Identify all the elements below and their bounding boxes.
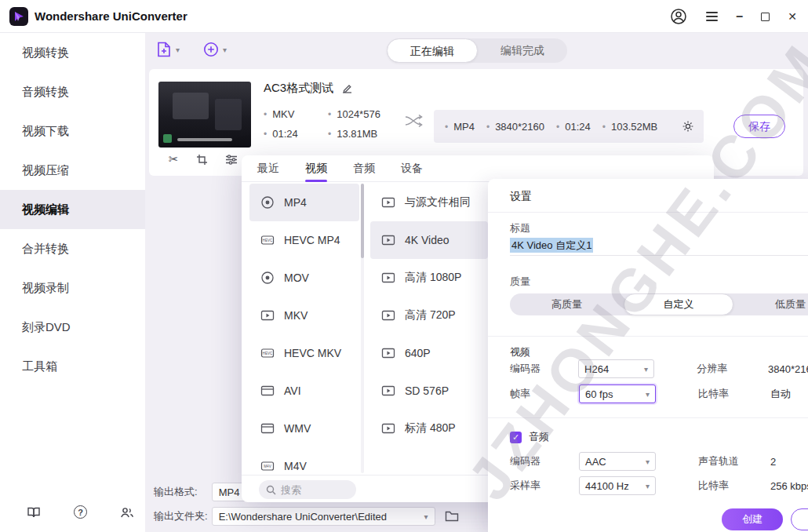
format-item-wmv[interactable]: WMV xyxy=(249,410,359,447)
audio-encoder-select[interactable]: AAC▾ xyxy=(579,452,656,471)
disc-format-icon xyxy=(260,195,275,210)
chevron-down-icon: ▾ xyxy=(646,457,650,466)
tab-editing[interactable]: 正在编辑 xyxy=(387,38,478,63)
format-item-mkv[interactable]: MKV xyxy=(249,297,359,334)
chevron-down-icon: ▾ xyxy=(223,46,227,54)
sidebar-item-toolbox[interactable]: 工具箱 xyxy=(0,347,145,386)
video-thumbnail[interactable] xyxy=(158,82,251,148)
name-label: 标题 xyxy=(510,221,530,235)
format-item-m4v[interactable]: M4V M4V xyxy=(249,447,359,475)
app-window: Wondershare UniConverter – ✕ 视频转换 音频转换 视… xyxy=(0,0,808,532)
screen-play-icon xyxy=(381,271,395,285)
framerate-select[interactable]: 60 fps▾ xyxy=(579,384,656,403)
app-title: Wondershare UniConverter xyxy=(35,0,187,33)
search-input[interactable] xyxy=(281,484,347,496)
resolution-item-1080p[interactable]: 高清 1080P xyxy=(370,259,488,297)
bitrate-label: 比特率 xyxy=(698,387,770,401)
tab-video[interactable]: 视频 xyxy=(305,155,327,182)
trim-scissors-icon[interactable]: ✂ xyxy=(169,152,179,166)
source-duration: 01:24 xyxy=(264,128,328,140)
add-media-button[interactable]: ▾ xyxy=(202,41,227,58)
rename-edit-icon[interactable] xyxy=(341,82,353,94)
output-folder-select[interactable]: E:\Wondershare UniConverter\Edited ▾ xyxy=(212,507,435,526)
format-search xyxy=(259,480,356,499)
resolution-item-640p[interactable]: 640P xyxy=(370,334,488,372)
sidebar-item-burn-dvd[interactable]: 刻录DVD xyxy=(0,308,145,347)
save-button[interactable]: 保存 xyxy=(733,115,785,138)
menu-icon[interactable] xyxy=(706,12,718,21)
sidebar-item-merge-convert[interactable]: 合并转换 xyxy=(0,229,145,268)
target-size: 103.52MB xyxy=(602,121,657,133)
audio-encoder-label: 编码器 xyxy=(510,454,579,468)
guide-book-icon[interactable] xyxy=(27,505,41,519)
target-format: MP4 xyxy=(445,121,475,133)
tab-device[interactable]: 设备 xyxy=(401,155,423,182)
convert-arrow-icon xyxy=(404,113,423,129)
quality-label: 质量 xyxy=(510,275,530,289)
help-icon[interactable]: ? xyxy=(74,505,87,519)
quality-custom-option[interactable]: 自定义 xyxy=(624,293,733,315)
open-folder-icon[interactable] xyxy=(445,510,459,523)
tab-recent[interactable]: 最近 xyxy=(257,155,279,182)
format-item-hevc-mkv[interactable]: HEVC HEVC MKV xyxy=(249,334,359,372)
quality-segment-control: 高质量 自定义 低质量 xyxy=(510,293,808,315)
format-item-mov[interactable]: MOV xyxy=(249,259,359,297)
format-list: MP4 HEVC HEVC MP4 MOV MKV HEVC HEVC MKV xyxy=(249,184,359,475)
effect-sliders-icon[interactable] xyxy=(225,154,238,166)
video-section-label: 视频 xyxy=(510,345,530,359)
format-item-avi[interactable]: AVI xyxy=(249,372,359,410)
framerate-label: 帧率 xyxy=(510,387,579,401)
create-button[interactable]: 创建 xyxy=(722,508,783,530)
audio-bitrate-value: 256 kbps xyxy=(770,480,808,492)
resolution-item-720p[interactable]: 高清 720P xyxy=(370,297,488,334)
samplerate-select[interactable]: 44100 Hz▾ xyxy=(579,476,656,495)
tab-audio[interactable]: 音频 xyxy=(353,155,375,182)
bitrate-value: 自动 xyxy=(770,387,791,401)
svg-text:M4V: M4V xyxy=(264,465,271,468)
thumbnail-logo xyxy=(163,134,172,143)
format-item-mp4[interactable]: MP4 xyxy=(249,184,359,221)
community-icon[interactable] xyxy=(120,505,134,519)
titlebar: Wondershare UniConverter – ✕ xyxy=(0,0,808,33)
resolution-item-sd-576p[interactable]: SD 576P xyxy=(370,372,488,410)
target-duration: 01:24 xyxy=(556,121,591,133)
sidebar-item-video-compress[interactable]: 视频压缩 xyxy=(0,151,145,190)
sidebar-item-screen-record[interactable]: 视频录制 xyxy=(0,268,145,308)
disc-format-icon xyxy=(260,271,275,285)
preset-name-input[interactable]: 4K Video 自定义1 xyxy=(510,237,808,256)
chevron-down-icon: ▾ xyxy=(644,365,648,373)
screen-play-icon xyxy=(381,346,395,360)
audio-enabled-checkbox[interactable]: ✓ xyxy=(510,432,522,443)
account-icon[interactable] xyxy=(669,7,688,26)
tab-edit-done[interactable]: 编辑完成 xyxy=(478,38,567,63)
sidebar-item-video-download[interactable]: 视频下载 xyxy=(0,111,145,151)
sidebar-item-audio-convert[interactable]: 音频转换 xyxy=(0,72,145,111)
close-button[interactable]: ✕ xyxy=(788,10,797,23)
output-format-label: 输出格式: xyxy=(154,485,198,499)
resolution-item-480p[interactable]: 标清 480P xyxy=(370,410,488,447)
sidebar-item-video-edit[interactable]: 视频编辑 xyxy=(0,190,145,229)
minimize-button[interactable]: – xyxy=(736,9,743,24)
chevron-down-icon: ▾ xyxy=(646,482,650,490)
sidebar: 视频转换 音频转换 视频下载 视频压缩 视频编辑 合并转换 视频录制 刻录DVD… xyxy=(0,33,145,532)
video-encoder-select[interactable]: H264▾ xyxy=(578,359,654,378)
screen-play-icon xyxy=(381,195,395,210)
audio-section-label: 音频 xyxy=(529,430,549,444)
search-icon xyxy=(266,485,276,495)
add-file-button[interactable]: ▾ xyxy=(155,41,180,58)
resolution-item-4k[interactable]: 4K Video xyxy=(370,221,488,259)
quality-low-option[interactable]: 低质量 xyxy=(733,293,808,315)
sidebar-item-video-convert[interactable]: 视频转换 xyxy=(0,33,145,72)
gear-icon[interactable] xyxy=(682,120,694,133)
format-item-hevc-mp4[interactable]: HEVC HEVC MP4 xyxy=(249,221,359,259)
quality-high-option[interactable]: 高质量 xyxy=(510,293,624,315)
screen-play-icon xyxy=(381,308,395,322)
maximize-button[interactable] xyxy=(761,13,770,21)
scrollbar-thumb[interactable] xyxy=(361,184,364,258)
hevc-badge-icon: HEVC xyxy=(260,346,275,360)
confirm-button-partial[interactable] xyxy=(791,508,808,530)
resolution-item-same-as-source[interactable]: 与源文件相同 xyxy=(370,184,488,221)
crop-icon[interactable] xyxy=(196,154,208,166)
chevron-down-icon: ▾ xyxy=(646,390,650,399)
resolution-value: 3840*2160 xyxy=(768,363,808,375)
